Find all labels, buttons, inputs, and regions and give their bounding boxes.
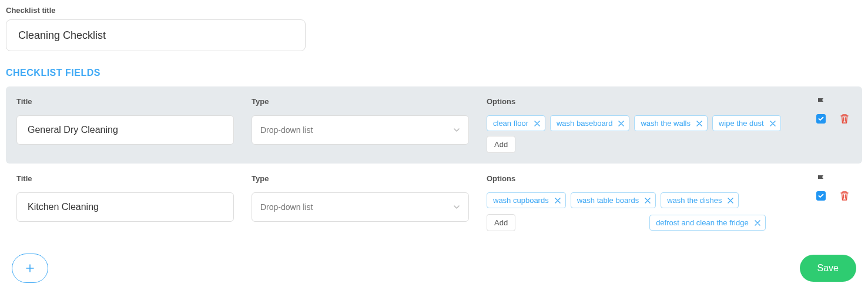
option-tag-label: defrost and clean the fridge [656,218,749,227]
field-row: TitleTypeDrop-down listOptionswash cupbo… [6,164,862,242]
field-title-input[interactable] [16,115,234,145]
field-options-label: Options [487,97,805,106]
options-tags: clean floorwash baseboardwash the wallsw… [487,115,805,153]
field-options-label: Options [487,174,805,183]
option-tag[interactable]: defrost and clean the fridge [649,215,766,231]
save-button[interactable]: Save [800,255,856,282]
option-tag-label: wash cupboards [493,196,549,205]
option-tag-label: wipe the dust [719,119,764,128]
add-option-button[interactable]: Add [487,136,515,153]
delete-field-icon[interactable] [840,114,849,126]
option-tag[interactable]: wash cupboards [487,192,566,208]
option-tag[interactable]: wipe the dust [712,115,781,131]
flag-icon[interactable] [816,97,826,108]
required-checkbox[interactable] [816,114,826,124]
remove-option-icon[interactable] [555,198,561,204]
option-tag-label: wash table boards [577,196,639,205]
option-tag[interactable]: wash baseboard [550,115,629,131]
field-title-input[interactable] [16,192,234,222]
option-tag-label: wash the dishes [667,196,722,205]
option-tag-label: clean floor [493,119,528,128]
checklist-title-input[interactable] [6,19,306,51]
remove-option-icon[interactable] [618,121,624,126]
field-row: TitleTypeDrop-down listOptionsclean floo… [6,86,862,164]
add-option-button[interactable]: Add [487,214,515,231]
field-type-select[interactable]: Drop-down list [252,192,469,222]
flag-icon[interactable] [816,174,826,185]
option-tag[interactable]: clean floor [487,115,545,131]
delete-field-icon[interactable] [840,191,849,203]
field-type-label: Type [252,97,477,106]
options-tags-row2: Adddefrost and clean the fridge [487,214,805,231]
remove-option-icon[interactable] [645,198,651,204]
checklist-title-label: Checklist title [6,6,862,15]
option-tag[interactable]: wash the dishes [661,192,739,208]
add-field-button[interactable] [12,254,48,283]
options-tags: wash cupboardswash table boardswash the … [487,192,805,208]
remove-option-icon[interactable] [696,121,702,126]
option-tag[interactable]: wash the walls [634,115,708,131]
remove-option-icon[interactable] [755,220,760,226]
plus-icon [25,264,35,273]
remove-option-icon[interactable] [770,121,776,126]
checklist-fields-heading: CHECKLIST FIELDS [6,68,862,78]
field-title-label: Title [16,174,242,183]
field-type-select[interactable]: Drop-down list [252,115,469,145]
option-tag-label: wash baseboard [557,119,612,128]
remove-option-icon[interactable] [534,121,540,126]
option-tag[interactable]: wash table boards [571,192,656,208]
field-type-label: Type [252,174,477,183]
option-tag-label: wash the walls [641,119,691,128]
required-checkbox[interactable] [816,191,826,201]
remove-option-icon[interactable] [728,198,733,204]
field-title-label: Title [16,97,242,106]
